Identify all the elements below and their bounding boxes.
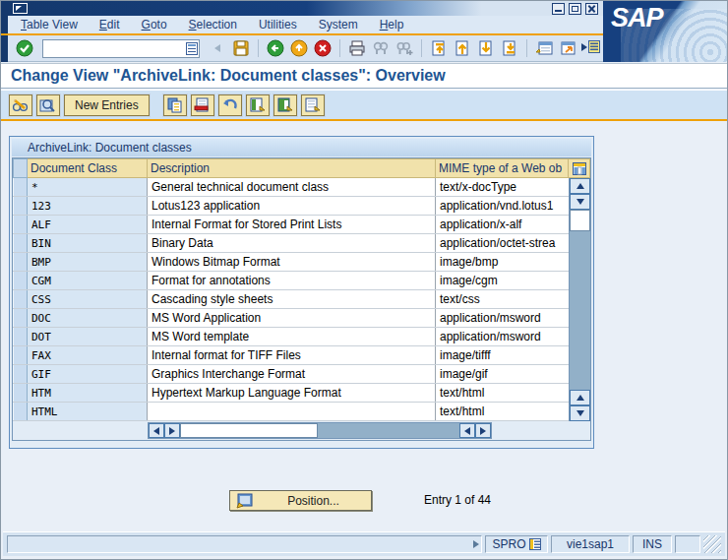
cell-description[interactable]: Hypertext Markup Language Format bbox=[148, 384, 436, 402]
select-block-icon[interactable] bbox=[273, 94, 297, 116]
first-page-icon[interactable] bbox=[429, 38, 449, 58]
row-selector[interactable] bbox=[13, 328, 28, 345]
cell-mime[interactable]: text/x-docType bbox=[436, 178, 569, 196]
cell-doc-class[interactable]: GIF bbox=[28, 365, 148, 383]
row-selector[interactable] bbox=[13, 272, 28, 289]
cell-description[interactable]: Internal Format for Stored Print Lists bbox=[148, 216, 436, 233]
status-server-panel[interactable]: vie1sap1 bbox=[551, 535, 630, 553]
cell-doc-class[interactable]: ALF bbox=[28, 216, 148, 233]
cell-doc-class[interactable]: CGM bbox=[28, 272, 148, 289]
column-header-mime-type[interactable]: MIME type of a Web ob bbox=[436, 158, 569, 178]
find-icon[interactable] bbox=[371, 38, 391, 58]
menu-item-system[interactable]: System bbox=[319, 18, 358, 31]
menu-item-selection[interactable]: Selection bbox=[189, 18, 237, 31]
scroll-down-icon[interactable] bbox=[570, 405, 590, 421]
row-selector[interactable] bbox=[13, 384, 28, 402]
menu-item-help[interactable]: Help bbox=[380, 18, 404, 31]
cancel-icon[interactable] bbox=[313, 38, 333, 58]
cell-description[interactable]: Windows Bitmap Format bbox=[148, 253, 436, 271]
select-all-icon[interactable] bbox=[246, 94, 270, 116]
row-selector[interactable] bbox=[13, 178, 28, 196]
cell-doc-class[interactable]: DOT bbox=[28, 328, 148, 345]
row-selector[interactable] bbox=[13, 216, 28, 233]
cell-doc-class[interactable]: FAX bbox=[28, 346, 148, 364]
previous-page-icon[interactable] bbox=[453, 38, 472, 58]
cell-mime[interactable]: image/cgm bbox=[436, 272, 569, 289]
horizontal-scroll-thumb[interactable] bbox=[180, 423, 318, 438]
scroll-up-icon[interactable] bbox=[570, 178, 590, 194]
cell-description[interactable]: Binary Data bbox=[148, 234, 436, 252]
row-selector[interactable] bbox=[13, 197, 28, 215]
print-icon[interactable] bbox=[347, 38, 367, 58]
cell-doc-class[interactable]: CSS bbox=[28, 290, 148, 308]
scroll-right-icon[interactable] bbox=[164, 423, 180, 438]
window-menu-icon[interactable] bbox=[13, 3, 28, 14]
cell-mime[interactable]: image/tifff bbox=[436, 346, 569, 364]
hide-command-field-icon[interactable] bbox=[208, 38, 227, 58]
menu-item-edit[interactable]: Edit bbox=[99, 18, 120, 31]
cell-description[interactable]: Cascading style sheets bbox=[148, 290, 436, 308]
vertical-scroll-track[interactable] bbox=[570, 231, 590, 390]
command-history-icon[interactable] bbox=[186, 42, 198, 55]
cell-description[interactable]: Internal format for TIFF Files bbox=[148, 346, 436, 364]
cell-description[interactable]: Lotus123 application bbox=[148, 197, 436, 215]
delete-icon[interactable] bbox=[191, 94, 214, 116]
status-expand-icon[interactable] bbox=[473, 540, 479, 548]
cell-description[interactable]: Graphics Interchange Format bbox=[148, 365, 436, 383]
cell-doc-class[interactable]: HTM bbox=[28, 384, 148, 402]
horizontal-scroll-track[interactable] bbox=[318, 423, 459, 438]
cell-doc-class[interactable]: DOC bbox=[28, 309, 148, 327]
row-selector[interactable] bbox=[13, 346, 28, 364]
deselect-all-icon[interactable] bbox=[301, 94, 325, 116]
column-header-description[interactable]: Description bbox=[148, 158, 436, 178]
copy-as-icon[interactable] bbox=[163, 94, 187, 116]
cell-description[interactable]: MS Word Application bbox=[148, 309, 436, 327]
expand-toolbar-icon[interactable] bbox=[581, 40, 600, 53]
select-all-rows-header[interactable] bbox=[13, 158, 28, 178]
vertical-scroll-thumb[interactable] bbox=[570, 210, 590, 231]
table-configuration-icon[interactable] bbox=[569, 158, 590, 178]
back-icon[interactable] bbox=[266, 38, 285, 58]
exit-icon[interactable] bbox=[289, 38, 309, 58]
toggle-display-change-button[interactable] bbox=[9, 94, 32, 116]
create-shortcut-icon[interactable] bbox=[558, 38, 577, 58]
cell-mime[interactable]: image/gif bbox=[436, 365, 569, 383]
undo-icon[interactable] bbox=[218, 94, 242, 116]
find-next-icon[interactable] bbox=[394, 38, 414, 58]
close-button[interactable] bbox=[585, 3, 598, 15]
save-icon[interactable] bbox=[231, 38, 251, 58]
menu-item-utilities[interactable]: Utilities bbox=[259, 18, 297, 31]
scroll-down-icon[interactable] bbox=[570, 194, 590, 210]
enter-icon[interactable] bbox=[15, 38, 34, 58]
row-selector[interactable] bbox=[13, 309, 28, 327]
cell-mime[interactable]: application/x-alf bbox=[436, 216, 569, 233]
cell-doc-class[interactable]: BMP bbox=[28, 253, 148, 271]
status-message-field[interactable] bbox=[7, 535, 482, 553]
cell-description[interactable] bbox=[148, 403, 436, 420]
scroll-left-icon[interactable] bbox=[459, 423, 475, 438]
row-selector[interactable] bbox=[13, 290, 28, 308]
status-transaction-panel[interactable]: SPRO bbox=[485, 535, 548, 553]
cell-mime[interactable]: application/vnd.lotus1 bbox=[436, 197, 569, 215]
cell-mime[interactable]: application/msword bbox=[436, 328, 569, 345]
cell-description[interactable]: MS Word template bbox=[148, 328, 436, 345]
cell-mime[interactable]: text/css bbox=[436, 290, 569, 308]
position-button[interactable]: Position... bbox=[229, 490, 372, 511]
new-entries-button[interactable]: New Entries bbox=[64, 94, 150, 116]
cell-doc-class[interactable]: BIN bbox=[28, 234, 148, 252]
cell-doc-class[interactable]: HTML bbox=[28, 403, 148, 420]
cell-mime[interactable]: text/html bbox=[436, 403, 569, 420]
command-field[interactable] bbox=[42, 39, 200, 58]
minimize-button[interactable] bbox=[552, 3, 565, 15]
row-selector[interactable] bbox=[13, 253, 28, 271]
scroll-up-icon[interactable] bbox=[570, 390, 590, 405]
cell-mime[interactable]: text/html bbox=[436, 384, 569, 402]
resize-grip[interactable] bbox=[703, 535, 721, 553]
new-session-icon[interactable] bbox=[534, 38, 554, 58]
row-selector[interactable] bbox=[13, 234, 28, 252]
next-page-icon[interactable] bbox=[476, 38, 496, 58]
last-page-icon[interactable] bbox=[500, 38, 519, 58]
cell-mime[interactable]: application/octet-strea bbox=[436, 234, 569, 252]
menu-item-goto[interactable]: Goto bbox=[142, 18, 167, 31]
row-selector[interactable] bbox=[13, 403, 28, 420]
